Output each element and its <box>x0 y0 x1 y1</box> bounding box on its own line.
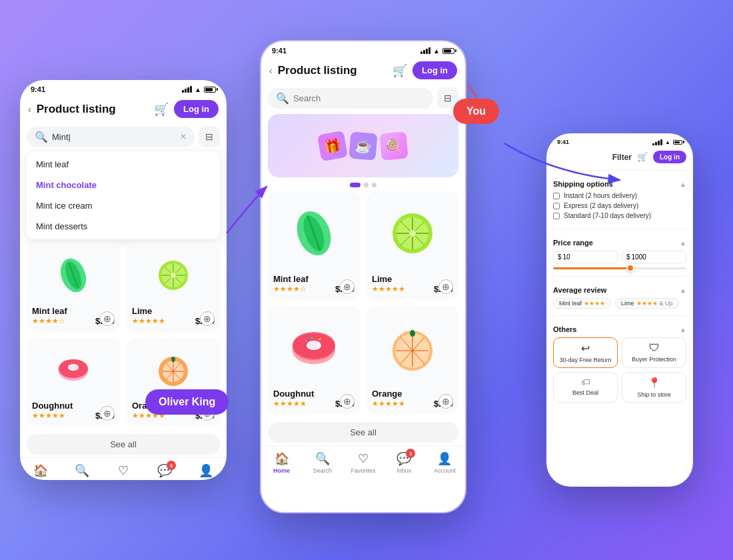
product-img-lime-left <box>132 249 215 302</box>
nav-account-left[interactable]: 👤 Account <box>185 463 227 480</box>
dropdown-item-0[interactable]: Mint leaf <box>27 154 220 175</box>
search-input-wrap-left[interactable]: 🔍 ✕ <box>27 127 195 147</box>
battery-icon-right <box>673 140 682 145</box>
return-icon: ↩ <box>581 342 590 355</box>
dot-1[interactable] <box>364 183 368 187</box>
product-stars-orange-center: ★★★★★ <box>372 399 405 408</box>
search-bar-left: 🔍 ✕ ⊟ <box>27 126 220 147</box>
shipping-option-0[interactable]: Instant (2 hours delivery) <box>553 192 686 199</box>
svg-point-32 <box>409 230 416 237</box>
product-img-mint-left <box>32 249 115 302</box>
time-right: 9:41 <box>557 139 569 145</box>
login-button-left[interactable]: Log in <box>174 100 219 118</box>
cart-icon-center[interactable]: 🛒 <box>392 63 407 78</box>
divider-2-right <box>553 229 686 229</box>
nav-search-left[interactable]: 🔍 Search <box>61 463 103 480</box>
other-card-return[interactable]: ↩ 30-day Free Return <box>553 337 618 368</box>
dropdown-item-2[interactable]: Mint ice cream <box>27 195 220 216</box>
add-lime-button-center[interactable]: ⊕ <box>438 279 453 294</box>
product-card-orange-center[interactable]: Orange ★★★★★ $230 ⊕ <box>366 306 458 414</box>
nav-search-label-left: Search <box>73 479 92 480</box>
add-orange-button-center[interactable]: ⊕ <box>438 394 453 409</box>
banner-box-3: 🍭 <box>379 131 408 160</box>
nav-account-label-left: Account <box>195 479 217 480</box>
add-mint-button-center[interactable]: ⊕ <box>340 279 355 294</box>
add-donut-button-center[interactable]: ⊕ <box>340 394 355 409</box>
shipping-checkbox-2[interactable] <box>553 213 560 219</box>
price-slider-thumb[interactable] <box>626 264 634 272</box>
nav-inbox-left[interactable]: 💬 Inbox <box>144 463 185 480</box>
nav-account-label-center: Account <box>434 467 456 474</box>
banner-box-1: 🎁 <box>317 130 348 161</box>
login-button-right[interactable]: Log in <box>653 151 686 163</box>
dot-0[interactable] <box>350 183 361 187</box>
chevron-up-review[interactable]: ▲ <box>680 287 686 294</box>
shipping-option-1[interactable]: Express (2 days delivery) <box>553 202 686 209</box>
product-card-lime-left[interactable]: Lime ★★★★★ $230 ⊕ <box>127 243 220 331</box>
see-all-button-center[interactable]: See all <box>268 422 458 443</box>
back-button-center[interactable]: ‹ <box>269 65 273 76</box>
nav-home-label-left: Home <box>32 479 49 480</box>
divider-1-right <box>553 170 686 171</box>
phone-right: 9:41 ▲ Filter 🛒 Log in Shipping options … <box>546 133 693 487</box>
other-card-ship[interactable]: 📍 Ship to store <box>622 372 686 403</box>
product-card-mint-center[interactable]: Mint leaf ★★★★☆ $230 ⊕ <box>268 191 360 299</box>
cart-icon-left[interactable]: 🛒 <box>154 102 169 117</box>
chevron-up-price[interactable]: ▲ <box>680 239 686 247</box>
nav-search-center[interactable]: 🔍 Search <box>302 451 343 474</box>
nav-account-center[interactable]: 👤 Account <box>424 451 465 474</box>
add-mint-button-left[interactable]: ⊕ <box>100 311 115 326</box>
price-max-box[interactable]: $ 1000 <box>622 251 686 263</box>
nav-home-center[interactable]: 🏠 Home <box>261 451 302 474</box>
see-all-button-left[interactable]: See all <box>27 434 220 455</box>
bottom-nav-left: 🏠 Home 🔍 Search ♡ Favorites 💬 Inbox 👤 Ac… <box>20 457 227 480</box>
chevron-up-shipping[interactable]: ▲ <box>680 181 686 188</box>
price-slider-right[interactable] <box>553 267 686 269</box>
other-card-deal[interactable]: 🏷 Best Deal <box>553 372 618 403</box>
search-nav-icon-center: 🔍 <box>315 451 330 466</box>
product-stars-lime-left: ★★★★★ <box>132 317 165 325</box>
chevron-up-others[interactable]: ▲ <box>680 326 686 333</box>
nav-favorites-left[interactable]: ♡ Favorites <box>103 463 144 480</box>
back-button-left[interactable]: ‹ <box>28 104 31 115</box>
svg-point-9 <box>171 273 176 278</box>
product-card-donut-left[interactable]: Doughnut ★★★★★ $230 ⊕ <box>27 338 120 426</box>
shipping-checkbox-0[interactable] <box>553 193 560 199</box>
review-tag-lime-label: Lime <box>621 300 634 307</box>
you-bubble: You <box>453 99 499 124</box>
review-tag-lime[interactable]: Lime ★★★★ & Up <box>615 298 679 309</box>
divider-4-right <box>553 315 686 316</box>
product-name-mint-center: Mint leaf <box>273 274 309 284</box>
login-button-center[interactable]: Log in <box>412 61 457 79</box>
search-input-wrap-center[interactable]: 🔍 <box>268 88 433 109</box>
clear-icon-left[interactable]: ✕ <box>180 132 187 141</box>
nav-favorites-center[interactable]: ♡ Favorites <box>343 451 383 474</box>
dropdown-item-1[interactable]: Mint chocolate <box>27 175 220 195</box>
price-min-box[interactable]: $ 10 <box>553 251 618 263</box>
search-input-center[interactable] <box>293 93 425 103</box>
home-icon-center: 🏠 <box>275 451 289 466</box>
oliver-king-bubble: Oliver King <box>145 389 229 415</box>
favorites-icon-center: ♡ <box>358 451 368 466</box>
shipping-checkbox-1[interactable] <box>553 203 560 209</box>
dropdown-item-3[interactable]: Mint desserts <box>27 216 220 237</box>
add-lime-button-left[interactable]: ⊕ <box>200 311 215 326</box>
phone-center: 9:41 ▲ ‹ Product listing 🛒 Log in 🔍 ⊟ 🎁 … <box>260 40 466 513</box>
filter-button-left[interactable]: ⊟ <box>199 126 220 147</box>
other-card-protection[interactable]: 🛡 Buyer Protection <box>622 337 686 368</box>
product-card-mint-left[interactable]: Mint leaf ★★★★☆ $230 ⊕ <box>27 243 120 331</box>
product-img-orange-center <box>372 311 453 385</box>
add-donut-button-left[interactable]: ⊕ <box>100 406 115 421</box>
signal-icon-center <box>420 47 430 54</box>
dot-2[interactable] <box>372 183 376 187</box>
account-icon-left: 👤 <box>199 463 213 478</box>
cart-icon-right[interactable]: 🛒 <box>637 152 648 162</box>
review-tag-mint[interactable]: Mint leaf ★★★★ <box>553 298 611 309</box>
nav-home-left[interactable]: 🏠 Home <box>20 463 61 480</box>
product-card-donut-center[interactable]: Doughnut ★★★★★ $230 ⊕ <box>268 306 360 414</box>
product-card-lime-center[interactable]: Lime ★★★★★ $230 ⊕ <box>366 191 458 299</box>
shipping-option-2[interactable]: Standard (7-10 days delivery) <box>553 212 686 219</box>
status-bar-center: 9:41 ▲ <box>261 41 465 57</box>
search-input-left[interactable] <box>52 132 176 142</box>
nav-inbox-center[interactable]: 💬 Inbox <box>384 451 424 474</box>
